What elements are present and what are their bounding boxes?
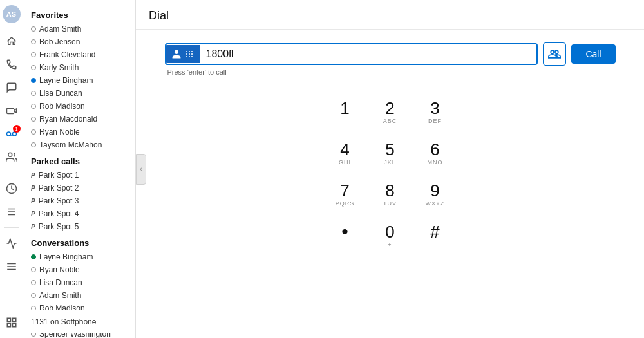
person-icon [171, 49, 182, 59]
dial-input-icon-group [166, 45, 200, 63]
sidebar-conv-ryan-noble[interactable]: Ryan Noble [23, 263, 135, 276]
status-dot [31, 26, 36, 32]
svg-point-1 [6, 132, 10, 136]
sidebar-item-karly-smith[interactable]: Karly Smith [23, 61, 135, 74]
svg-point-17 [189, 53, 190, 55]
call-button[interactable]: Call [571, 44, 615, 64]
sidebar-item-label: Layne Bingham [39, 76, 93, 85]
sidebar-item-park-spot-5[interactable]: P Park Spot 5 [23, 220, 135, 233]
sidebar-item-park-spot-2[interactable]: P Park Spot 2 [23, 182, 135, 194]
sidebar-item-label: Lisa Duncan [39, 278, 82, 287]
status-dot [31, 117, 36, 122]
status-dot [31, 267, 36, 272]
analytics-icon[interactable] [1, 233, 22, 254]
key-main: 8 [385, 182, 394, 199]
sidebar-item-adam-smith[interactable]: Adam Smith [23, 23, 135, 35]
home-icon[interactable] [1, 31, 22, 52]
key-7[interactable]: 7 PQRS [323, 174, 368, 215]
status-dot [31, 129, 36, 135]
key-2[interactable]: 2 ABC [368, 91, 413, 133]
key-4[interactable]: 4 GHI [323, 133, 368, 174]
status-bar: 1131 on Softphone [23, 310, 135, 333]
svg-point-18 [191, 53, 193, 55]
status-dot [31, 104, 36, 109]
status-dot [31, 91, 36, 96]
park-icon: P [31, 172, 35, 179]
sidebar: Favorites Adam Smith Bob Jensen Frank Cl… [23, 0, 136, 338]
key-main: 6 [430, 141, 439, 158]
key-sub: WXYZ [426, 200, 445, 207]
voicemail-icon[interactable]: 1 [1, 124, 22, 144]
sidebar-item-park-spot-1[interactable]: P Park Spot 1 [23, 169, 135, 182]
dial-hint: Press 'enter' to call [165, 68, 616, 76]
key-sub [344, 243, 346, 249]
sidebar-item-frank-cleveland[interactable]: Frank Cleveland [23, 48, 135, 61]
status-dot [31, 280, 36, 285]
svg-point-4 [8, 153, 12, 156]
svg-point-13 [186, 51, 187, 52]
svg-point-14 [189, 51, 190, 52]
status-dot [31, 52, 36, 57]
sidebar-item-label: Adam Smith [39, 24, 81, 33]
sidebar-item-label: Frank Cleveland [39, 50, 95, 59]
status-dot [31, 254, 36, 259]
sidebar-item-layne-bingham[interactable]: Layne Bingham [23, 74, 135, 87]
sidebar-conv-lisa-duncan[interactable]: Lisa Duncan [23, 276, 135, 289]
svg-rect-0 [6, 108, 14, 113]
key-main: 5 [385, 141, 394, 158]
grid-icon[interactable] [1, 312, 22, 333]
routing-icon[interactable] [1, 202, 22, 222]
sidebar-item-lisa-duncan[interactable]: Lisa Duncan [23, 87, 135, 100]
sidebar-item-label: Park Spot 2 [39, 183, 79, 192]
voicemail-badge: 1 [13, 125, 21, 133]
sidebar-item-label: Bob Jensen [39, 37, 80, 46]
add-contact-button[interactable] [543, 42, 566, 66]
key-9[interactable]: 9 WXYZ [413, 174, 458, 215]
sidebar-item-label: Karly Smith [39, 63, 79, 72]
key-star[interactable]: • [323, 215, 368, 256]
dial-input[interactable] [200, 44, 537, 64]
svg-point-15 [191, 51, 193, 52]
sidebar-item-bob-jensen[interactable]: Bob Jensen [23, 35, 135, 48]
contacts-icon[interactable] [1, 147, 22, 167]
key-8[interactable]: 8 TUV [368, 174, 413, 215]
status-dot [31, 39, 36, 44]
sidebar-item-rob-madison[interactable]: Rob Madison [23, 100, 135, 113]
key-hash[interactable]: # [413, 215, 458, 256]
sidebar-item-ryan-macdonald[interactable]: Ryan Macdonald [23, 113, 135, 126]
key-sub: ABC [383, 118, 397, 124]
sidebar-item-label: Rob Madison [39, 102, 85, 111]
video-icon[interactable] [1, 100, 22, 121]
key-main: 0 [385, 223, 394, 240]
sidebar-item-taysom-mcmahon[interactable]: Taysom McMahon [23, 138, 135, 151]
key-sub [344, 118, 346, 124]
favorites-title: Favorites [23, 5, 135, 23]
key-3[interactable]: 3 DEF [413, 91, 458, 133]
parked-calls-title: Parked calls [23, 151, 135, 169]
chat-icon[interactable] [1, 77, 22, 98]
key-6[interactable]: 6 MNO [413, 133, 458, 174]
sidebar-item-park-spot-3[interactable]: P Park Spot 3 [23, 194, 135, 207]
avatar: AS [3, 5, 21, 23]
sidebar-item-ryan-noble[interactable]: Ryan Noble [23, 126, 135, 138]
key-0[interactable]: 0 + [368, 215, 413, 256]
sidebar-conv-layne-bingham[interactable]: Layne Bingham [23, 250, 135, 263]
sidebar-item-park-spot-4[interactable]: P Park Spot 4 [23, 207, 135, 220]
collapse-sidebar-button[interactable]: ‹ [136, 154, 146, 185]
key-sub: MNO [428, 159, 443, 165]
sidebar-item-label: Layne Bingham [39, 252, 93, 261]
sidebar-item-label: Taysom McMahon [39, 140, 102, 149]
status-dot [31, 142, 36, 147]
sidebar-item-label: Adam Smith [39, 291, 81, 300]
sidebar-conv-adam-smith[interactable]: Adam Smith [23, 289, 135, 302]
settings-icon[interactable] [1, 256, 22, 277]
svg-point-20 [189, 56, 190, 57]
svg-point-19 [186, 56, 187, 57]
key-5[interactable]: 5 JKL [368, 133, 413, 174]
park-icon: P [31, 198, 35, 205]
recents-icon[interactable] [1, 178, 22, 199]
key-sub: PQRS [336, 200, 355, 207]
phone-icon[interactable] [1, 54, 22, 75]
key-1[interactable]: 1 [323, 91, 368, 133]
status-dot [31, 293, 36, 298]
